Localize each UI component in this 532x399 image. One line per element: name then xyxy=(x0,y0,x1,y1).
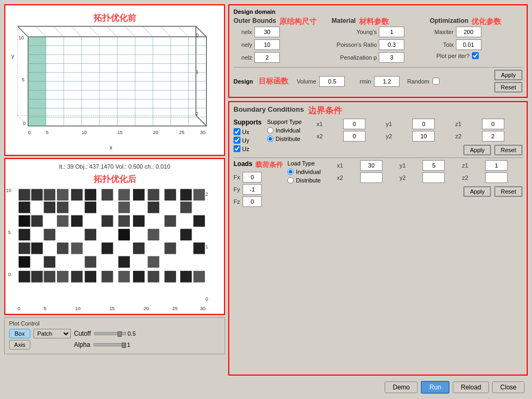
support-coords-section: x1 y1 z1 x2 y2 z2 Apply xyxy=(317,119,522,155)
tolx-input[interactable] xyxy=(456,39,481,50)
design-apply-button[interactable]: Apply xyxy=(494,70,522,80)
close-button[interactable]: Close xyxy=(492,381,525,393)
load-individual-radio[interactable] xyxy=(287,169,294,175)
lx1-input[interactable] xyxy=(360,160,383,171)
svg-text:0: 0 xyxy=(28,130,31,135)
lx2-input[interactable] xyxy=(360,172,383,183)
youngs-input[interactable] xyxy=(379,27,404,37)
alpha-slider[interactable] xyxy=(94,343,126,346)
nely-input[interactable] xyxy=(254,39,280,50)
top-viz-svg: x y xyxy=(5,5,224,155)
box-button[interactable]: Box xyxy=(9,329,30,338)
svg-text:0: 0 xyxy=(205,296,208,302)
uz-checkbox[interactable] xyxy=(234,145,240,152)
y2-label-support: y2 xyxy=(386,133,410,139)
svg-line-31 xyxy=(107,26,118,37)
svg-text:30: 30 xyxy=(200,306,205,311)
svg-text:5: 5 xyxy=(8,230,11,235)
z2-input-support[interactable] xyxy=(482,131,504,142)
cutoff-slider[interactable] xyxy=(94,332,126,335)
support-type-col: Support Type Individual Distribute xyxy=(267,119,312,155)
svg-text:15: 15 xyxy=(110,306,115,311)
y1-input-support[interactable] xyxy=(412,119,435,129)
rmin-input[interactable] xyxy=(374,76,400,87)
x1-input-support[interactable] xyxy=(343,119,365,129)
design-objective-row: Design 目标函数 Volume rmin Random Apply Res… xyxy=(234,70,522,93)
maxiter-input[interactable] xyxy=(456,27,481,37)
y2-input-support[interactable] xyxy=(412,131,435,142)
load-distribute-radio[interactable] xyxy=(287,177,294,184)
axis-button[interactable]: Axis xyxy=(9,340,30,350)
individual-label: Individual xyxy=(276,127,300,134)
svg-rect-83 xyxy=(31,215,43,227)
svg-rect-71 xyxy=(148,189,160,201)
svg-rect-65 xyxy=(57,189,69,201)
svg-text:2: 2 xyxy=(205,192,208,197)
fy-input[interactable] xyxy=(243,184,262,195)
uy-checkbox[interactable] xyxy=(234,137,240,144)
plot-per-iter-checkbox[interactable] xyxy=(472,52,479,59)
lz1-input[interactable] xyxy=(485,160,508,171)
optimization-title: Optimization xyxy=(430,17,469,24)
svg-text:10: 10 xyxy=(81,130,87,135)
poisson-input[interactable] xyxy=(379,39,404,50)
svg-line-33 xyxy=(143,26,153,37)
bottom-visualization: It.: 39 Obj.: 437.1470 Vol.: 0.500 ch.: … xyxy=(4,158,225,315)
ly1-label: y1 xyxy=(400,162,421,169)
svg-text:5: 5 xyxy=(22,77,24,82)
svg-rect-111 xyxy=(31,271,43,282)
design-domain-title: Design domain xyxy=(234,9,522,15)
load-coords-section: x1 y1 z1 x2 y2 z2 Apply xyxy=(337,160,522,209)
x-axis-label: x xyxy=(110,144,113,151)
run-button[interactable]: Run xyxy=(421,381,450,394)
svg-rect-98 xyxy=(31,243,43,254)
lx1-label: x1 xyxy=(337,162,358,169)
load-apply-button[interactable]: Apply xyxy=(463,186,491,197)
fx-input[interactable] xyxy=(243,172,262,182)
load-individual-label: Individual xyxy=(296,169,320,175)
x2-input-support[interactable] xyxy=(343,131,365,142)
supports-checkboxes: Supports Ux Uy Uz xyxy=(234,119,263,155)
youngs-label: Young's xyxy=(331,29,377,35)
outer-bounds-title: Outer Bounds xyxy=(234,17,276,24)
random-checkbox[interactable] xyxy=(433,78,439,85)
svg-text:1: 1 xyxy=(205,244,208,250)
design-reset-button[interactable]: Reset xyxy=(494,82,522,93)
support-reset-button[interactable]: Reset xyxy=(494,145,522,155)
y-axis-label: y xyxy=(11,53,14,59)
support-apply-button[interactable]: Apply xyxy=(463,145,491,155)
svg-text:5: 5 xyxy=(46,130,48,135)
plot-control-panel: Plot Control Box Patch Wire Flat Cutoff … xyxy=(4,317,225,354)
fz-input[interactable] xyxy=(243,196,262,207)
svg-rect-81 xyxy=(180,202,192,213)
patch-select[interactable]: Patch Wire Flat xyxy=(34,329,71,338)
penalty-input[interactable] xyxy=(379,52,404,63)
svg-rect-37 xyxy=(28,37,46,126)
svg-rect-118 xyxy=(133,271,145,282)
z1-input-support[interactable] xyxy=(482,119,504,129)
svg-text:25: 25 xyxy=(172,306,178,311)
svg-rect-119 xyxy=(148,271,160,282)
outer-bounds-subsection: Outer Bounds 原结构尺寸 nelx nely nelz xyxy=(234,17,326,65)
svg-rect-100 xyxy=(71,243,83,254)
reload-button[interactable]: Reload xyxy=(453,381,489,393)
fx-label: Fx xyxy=(234,174,240,180)
loads-section: Loads 载荷条件 Fx Fy Fz xyxy=(234,160,522,209)
svg-rect-94 xyxy=(118,229,130,240)
nelz-input[interactable] xyxy=(254,52,280,63)
poisson-label: Poisson's Ratio xyxy=(331,41,377,48)
top-visualization: 拓扑优化前 x y xyxy=(4,4,225,156)
ly1-input[interactable] xyxy=(422,160,445,171)
demo-button[interactable]: Demo xyxy=(385,381,418,393)
distribute-radio[interactable] xyxy=(267,136,273,142)
ux-checkbox[interactable] xyxy=(234,128,240,135)
loads-title: Loads xyxy=(234,160,252,168)
volume-input[interactable] xyxy=(319,76,345,87)
maxiter-label: Maxiter xyxy=(430,29,454,35)
load-reset-button[interactable]: Reset xyxy=(494,186,522,197)
ly2-input[interactable] xyxy=(422,172,445,183)
individual-radio[interactable] xyxy=(267,127,273,134)
nelx-input[interactable] xyxy=(254,27,280,37)
z2-label-support: z2 xyxy=(455,133,480,139)
lz2-input[interactable] xyxy=(485,172,508,183)
